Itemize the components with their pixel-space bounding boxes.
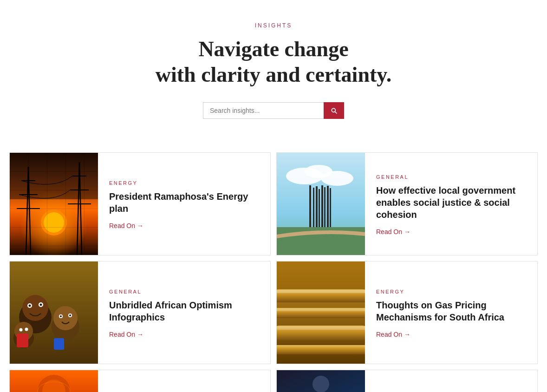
mandela-sculpture-svg [277, 153, 365, 255]
svg-rect-26 [327, 186, 329, 227]
card-title-3: Unbridled African Optimism Infographics [109, 299, 259, 323]
svg-line-10 [79, 162, 82, 255]
card-energy-ramaphosa: ENERGY President Ramaphosa's Energy plan… [9, 152, 271, 255]
card-title-1: President Ramaphosa's Energy plan [109, 190, 259, 215]
svg-point-33 [29, 305, 31, 307]
svg-line-9 [77, 162, 79, 255]
svg-rect-27 [330, 188, 331, 227]
svg-rect-20 [309, 185, 311, 227]
svg-rect-3 [10, 153, 98, 199]
svg-point-39 [60, 315, 62, 317]
pipeline-svg [277, 261, 365, 364]
search-bar [9, 102, 538, 119]
svg-rect-52 [277, 290, 365, 293]
power-lines-svg [10, 153, 98, 255]
svg-point-1 [41, 209, 67, 235]
svg-point-34 [40, 304, 42, 306]
svg-point-18 [321, 171, 353, 186]
header-section: INSIGHTS Navigate change with clarity an… [0, 0, 547, 152]
svg-point-30 [22, 295, 48, 321]
flame-svg [10, 370, 98, 392]
svg-rect-25 [324, 187, 326, 227]
svg-rect-22 [316, 186, 318, 227]
read-on-2[interactable]: Read On → [376, 228, 526, 235]
svg-rect-46 [54, 338, 64, 350]
card-image-6 [277, 370, 365, 392]
svg-rect-23 [319, 189, 320, 227]
svg-rect-21 [313, 188, 314, 227]
svg-rect-24 [321, 185, 323, 227]
card-general-local-gov: GENERAL How effective local government e… [276, 152, 538, 255]
search-button[interactable] [324, 102, 344, 119]
svg-point-43 [20, 328, 23, 332]
svg-point-2 [44, 212, 64, 233]
svg-rect-54 [277, 327, 365, 330]
card-content-6: DIGITAL PRACTICE The missing link betwee… [365, 370, 477, 392]
read-on-4[interactable]: Read On → [376, 331, 526, 338]
card-content-1: ENERGY President Ramaphosa's Energy plan… [98, 153, 270, 255]
card-digital-missing-link: DIGITAL PRACTICE The missing link betwee… [276, 370, 538, 392]
card-image-4 [277, 261, 365, 364]
tech-svg [277, 370, 365, 392]
svg-rect-55 [277, 261, 365, 289]
section-label: INSIGHTS [9, 22, 538, 29]
card-title-2: How effective local government enables s… [376, 184, 526, 221]
card-content-3: GENERAL Unbridled African Optimism Infog… [98, 261, 270, 364]
read-on-3[interactable]: Read On → [109, 331, 259, 338]
card-content-5: ENERGY Access to Clean Cooking: [98, 370, 212, 392]
card-category-2: GENERAL [376, 174, 526, 180]
cards-grid: ENERGY President Ramaphosa's Energy plan… [0, 152, 547, 392]
svg-rect-51 [277, 345, 365, 354]
card-category-3: GENERAL [109, 289, 259, 294]
read-on-1[interactable]: Read On → [109, 222, 259, 229]
children-svg [10, 261, 98, 364]
card-image-3 [10, 261, 98, 364]
search-input[interactable] [203, 102, 324, 119]
svg-point-61 [313, 376, 329, 392]
svg-point-40 [69, 314, 71, 316]
card-image-1 [10, 153, 98, 255]
page-wrapper: INSIGHTS Navigate change with clarity an… [0, 0, 547, 392]
svg-point-36 [53, 306, 78, 330]
svg-point-44 [25, 328, 28, 331]
card-category-4: ENERGY [376, 289, 526, 294]
svg-line-4 [26, 167, 28, 255]
card-content-2: GENERAL How effective local government e… [365, 153, 537, 255]
svg-rect-53 [277, 309, 365, 311]
svg-line-5 [28, 167, 31, 255]
svg-rect-45 [17, 333, 28, 347]
card-energy-gas-pricing: ENERGY Thoughts on Gas Pricing Mechanism… [276, 261, 538, 364]
main-title: Navigate change with clarity and certain… [9, 36, 538, 87]
search-icon [330, 107, 338, 114]
card-image-2 [277, 153, 365, 255]
card-category-1: ENERGY [109, 180, 259, 186]
card-image-5 [10, 370, 98, 392]
card-energy-clean-cooking: ENERGY Access to Clean Cooking: [9, 370, 271, 392]
card-title-4: Thoughts on Gas Pricing Mechanisms for S… [376, 299, 526, 323]
svg-rect-0 [10, 153, 98, 255]
card-content-4: ENERGY Thoughts on Gas Pricing Mechanism… [365, 261, 537, 364]
card-general-african-optimism: GENERAL Unbridled African Optimism Infog… [9, 261, 271, 364]
